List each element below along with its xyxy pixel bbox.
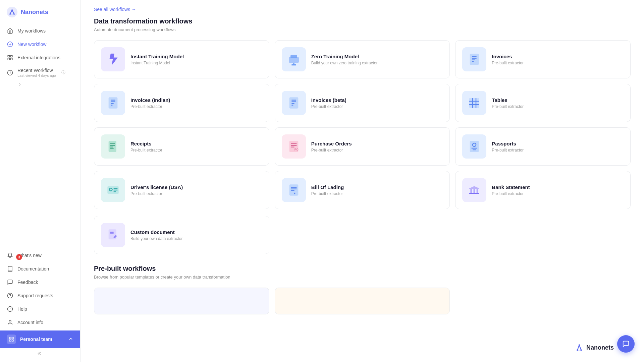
data-transformation-title: Data transformation workflows — [94, 17, 631, 25]
card-invoices[interactable]: Invoices Pre-built extractor — [455, 40, 631, 78]
svg-text:PO: PO — [294, 148, 299, 151]
card-title: Receipts — [130, 141, 262, 146]
card-title: Bank Statement — [492, 184, 624, 190]
invoices-info: Invoices Pre-built extractor — [492, 54, 624, 65]
sidebar-item-whats-new[interactable]: 3 What's new — [0, 249, 80, 262]
card-bank-statement[interactable]: Bank Statement Pre-built extractor — [455, 171, 631, 209]
invoices-beta-icon — [282, 91, 306, 115]
invoices-beta-info: Invoices (beta) Pre-built extractor — [311, 97, 443, 109]
card-subtitle: Build your own data extractor — [130, 236, 262, 241]
svg-rect-74 — [109, 229, 116, 239]
recent-workflow-label: Recent Workflow Last viewed 4 days ago — [17, 68, 56, 77]
instant-training-info: Instant Training Model Instant Training … — [130, 54, 262, 65]
sidebar-item-support-requests[interactable]: Support requests — [0, 289, 80, 302]
card-subtitle: Pre-built extractor — [311, 104, 443, 109]
sidebar: Nanonets My workflows New workflow Exter… — [0, 0, 80, 362]
invoices-indian-icon — [101, 91, 125, 115]
sidebar-item-label: Account info — [17, 320, 43, 325]
notification-badge: 3 — [16, 254, 22, 260]
svg-rect-32 — [109, 97, 118, 108]
card-zero-training[interactable]: Zero Training Model Build your own zero … — [275, 40, 450, 78]
sidebar-item-new-workflow[interactable]: New workflow — [0, 38, 80, 51]
card-drivers-license[interactable]: Driver's license (USA) Pre-built extract… — [94, 171, 269, 209]
card-subtitle: Pre-built extractor — [130, 148, 262, 153]
svg-point-0 — [7, 7, 17, 17]
bank-statement-icon — [462, 178, 486, 202]
sidebar-item-label: Feedback — [17, 280, 38, 285]
main-content: See all workflows → Data transformation … — [80, 0, 644, 362]
svg-rect-24 — [290, 55, 297, 58]
card-tables[interactable]: Tables Pre-built extractor — [455, 84, 631, 122]
card-title: Bill Of Lading — [311, 184, 443, 190]
recent-workflow-sublabel: Last viewed 4 days ago — [17, 73, 56, 77]
bank-statement-info: Bank Statement Pre-built extractor — [492, 184, 624, 196]
recent-icon — [7, 69, 13, 76]
svg-rect-20 — [12, 337, 13, 339]
recent-workflow-arrow[interactable] — [0, 81, 80, 91]
card-invoices-indian[interactable]: Invoices (Indian) Pre-built extractor — [94, 84, 269, 122]
data-transformation-subtitle: Automate document processing workflows — [94, 27, 631, 32]
sidebar-item-label: New workflow — [17, 42, 46, 47]
card-title: Instant Training Model — [130, 54, 262, 59]
sidebar-item-external-integrations[interactable]: External integrations — [0, 51, 80, 64]
sidebar-item-personal-team[interactable]: Personal team — [0, 330, 80, 348]
logo-icon — [7, 7, 17, 17]
sidebar-bottom: 3 What's new Documentation Feedback Supp… — [0, 246, 80, 362]
sidebar-item-feedback[interactable]: Feedback — [0, 276, 80, 289]
collapse-sidebar-button[interactable] — [0, 348, 80, 359]
bell-icon: 3 — [7, 252, 13, 259]
svg-point-78 — [579, 344, 580, 346]
grid-icon — [7, 54, 13, 61]
svg-point-2 — [11, 9, 13, 11]
svg-rect-72 — [477, 189, 478, 193]
card-subtitle: Pre-built extractor — [311, 148, 443, 153]
logo[interactable]: Nanonets — [0, 0, 80, 23]
card-bill-of-lading[interactable]: Bill Of Lading Pre-built extractor — [275, 171, 450, 209]
svg-rect-71 — [474, 189, 475, 193]
drivers-license-info: Driver's license (USA) Pre-built extract… — [130, 184, 262, 196]
sidebar-item-label: Support requests — [17, 293, 53, 298]
help-circle-icon — [7, 292, 13, 299]
sidebar-item-label: Help — [17, 306, 27, 312]
card-title: Invoices (Indian) — [130, 97, 262, 103]
instant-training-icon — [101, 47, 125, 71]
receipts-info: Receipts Pre-built extractor — [130, 141, 262, 153]
card-subtitle: Pre-built extractor — [492, 104, 624, 109]
card-subtitle: Pre-built extractor — [130, 104, 262, 109]
sidebar-item-documentation[interactable]: Documentation — [0, 262, 80, 276]
card-subtitle: Pre-built extractor — [492, 148, 624, 153]
sidebar-nav: My workflows New workflow External integ… — [0, 23, 80, 246]
invoices-icon — [462, 47, 486, 71]
sidebar-item-label: Documentation — [17, 266, 49, 272]
svg-rect-19 — [9, 337, 11, 339]
card-receipts[interactable]: Receipts Pre-built extractor — [94, 127, 269, 166]
watermark: Nanonets — [574, 343, 614, 353]
plus-circle-icon — [7, 41, 13, 48]
sidebar-item-account-info[interactable]: Account info — [0, 316, 80, 329]
book-icon — [7, 265, 13, 272]
chat-button[interactable] — [617, 335, 635, 353]
svg-rect-22 — [9, 340, 11, 341]
card-instant-training[interactable]: Instant Training Model Instant Training … — [94, 40, 269, 78]
workflow-cards-grid: Instant Training Model Instant Training … — [94, 40, 631, 209]
see-all-workflows-link[interactable]: See all workflows → — [94, 0, 136, 17]
svg-rect-21 — [12, 340, 13, 341]
drivers-license-icon — [101, 178, 125, 202]
svg-rect-11 — [8, 58, 9, 60]
bill-of-lading-info: Bill Of Lading Pre-built extractor — [311, 184, 443, 196]
sidebar-item-my-workflows[interactable]: My workflows — [0, 24, 80, 38]
card-custom-document[interactable]: Custom document Build your own data extr… — [94, 216, 269, 254]
card-title: Purchase Orders — [311, 141, 443, 146]
card-purchase-orders[interactable]: PO Purchase Orders Pre-built extractor — [275, 127, 450, 166]
card-passports[interactable]: Passports Pre-built extractor — [455, 127, 631, 166]
team-icon — [7, 335, 16, 344]
sidebar-item-help[interactable]: Help — [0, 302, 80, 316]
watermark-logo: Nanonets — [574, 343, 614, 353]
zero-training-info: Zero Training Model Build your own zero … — [311, 54, 443, 65]
card-subtitle: Build your own zero training extractor — [311, 61, 443, 65]
prebuilt-workflows-subtitle: Browse from popular templates or create … — [94, 275, 631, 280]
sidebar-item-recent-workflow[interactable]: Recent Workflow Last viewed 4 days ago ⓘ — [0, 64, 80, 81]
chevron-up-icon — [68, 336, 73, 343]
svg-rect-42 — [469, 98, 479, 108]
card-invoices-beta[interactable]: Invoices (beta) Pre-built extractor — [275, 84, 450, 122]
